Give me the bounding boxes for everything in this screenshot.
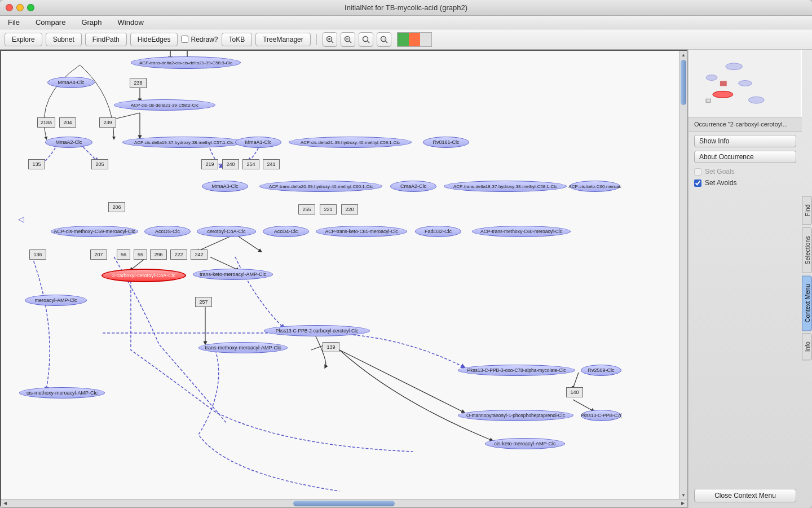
svg-line-8 bbox=[367, 41, 369, 43]
node-mmaA3[interactable]: MmaA3-Clc bbox=[202, 181, 248, 192]
node-139[interactable]: 139 bbox=[323, 342, 339, 352]
node-221[interactable]: 221 bbox=[320, 204, 337, 214]
node-219[interactable]: 219 bbox=[201, 159, 218, 169]
toolbar: Explore Subnet FindPath HideEdges Redraw… bbox=[0, 29, 812, 50]
window-controls[interactable] bbox=[6, 4, 34, 11]
menu-compare[interactable]: Compare bbox=[32, 17, 69, 28]
node-pkss13-c-ppb-3oxo[interactable]: Pkss13-C-PPB-3-oxo-C78-alpha-mycolate-Cl… bbox=[458, 365, 575, 376]
node-cerotoyl-coa[interactable]: cerotoyl-CoA-Clc bbox=[197, 226, 256, 237]
node-pkss13-c-ppb-2carboxyl[interactable]: Pkss13-C-PPB-2-carboxyl-cerotoyl-Clc bbox=[264, 325, 370, 336]
node-204[interactable]: 204 bbox=[59, 117, 76, 128]
node-206[interactable]: 206 bbox=[108, 202, 125, 212]
zoom-normal-button[interactable] bbox=[359, 32, 373, 47]
scroll-down-arrow[interactable]: ▼ bbox=[679, 491, 687, 499]
node-254[interactable]: 254 bbox=[242, 159, 259, 169]
node-222[interactable]: 222 bbox=[170, 249, 187, 260]
subnet-button[interactable]: Subnet bbox=[46, 33, 82, 46]
selections-tab[interactable]: Selections bbox=[802, 227, 812, 273]
node-242[interactable]: 242 bbox=[191, 249, 208, 260]
about-occurrence-button[interactable]: About Occurrence bbox=[694, 151, 796, 163]
tokb-button[interactable]: ToKB bbox=[222, 33, 253, 46]
redraw-checkbox[interactable] bbox=[181, 36, 188, 43]
node-accOS[interactable]: AccOS-Clc bbox=[144, 226, 191, 237]
scroll-left-arrow[interactable]: ◀ bbox=[1, 500, 9, 507]
menu-file[interactable]: File bbox=[5, 17, 23, 28]
set-avoids-label: Set Avoids bbox=[705, 179, 736, 187]
maximize-button[interactable] bbox=[27, 4, 34, 11]
node-mmaA2[interactable]: MmaA2-Clc bbox=[45, 137, 92, 148]
node-cis-methoxy-meroacyl[interactable]: cis-methoxy-meroacyl-AMP-Clc bbox=[19, 387, 105, 398]
node-accD4[interactable]: AccD4-Clc bbox=[263, 226, 309, 237]
menu-window[interactable]: Window bbox=[114, 17, 147, 28]
node-cis-keto-meroacyl[interactable]: cis-keto-meroacyl-AMP-Clc bbox=[485, 438, 565, 449]
node-acp-cis-delta19[interactable]: ACP-cis-delta19-37-hydroxy-38-methyl-C57… bbox=[122, 137, 245, 148]
node-257[interactable]: 257 bbox=[195, 297, 212, 307]
zoom-out-button[interactable] bbox=[341, 32, 355, 47]
node-220[interactable]: 220 bbox=[341, 204, 358, 214]
node-255[interactable]: 255 bbox=[298, 204, 315, 214]
menu-graph[interactable]: Graph bbox=[78, 17, 105, 28]
node-acp-cis-keto-c60[interactable]: ACP-cis-keto-C60-meroac bbox=[570, 181, 620, 192]
svg-point-7 bbox=[363, 36, 368, 41]
node-acp-cis-cis-delta21[interactable]: ACP-cis-cis-delta21-39-C58:2-Clc bbox=[114, 99, 215, 111]
node-136[interactable]: 136 bbox=[29, 249, 46, 260]
node-acp-trans-methoxy-c60[interactable]: ACP-trans-methoxy-C60-meroacyl-Clc bbox=[472, 226, 571, 237]
info-tab[interactable]: Info bbox=[802, 333, 812, 360]
node-meroacyl-amp[interactable]: meroacyl-AMP-Clc bbox=[25, 295, 87, 306]
vertical-scrollbar[interactable]: ▲ ▼ bbox=[679, 51, 687, 499]
zoom-in-button[interactable] bbox=[323, 32, 337, 47]
explore-button[interactable]: Explore bbox=[5, 33, 42, 46]
node-trans-keto-meroacyl[interactable]: trans-keto-meroacyl-AMP-Clc bbox=[193, 269, 273, 280]
node-140[interactable]: 140 bbox=[566, 387, 583, 397]
scroll-right-arrow[interactable]: ▶ bbox=[679, 500, 687, 507]
set-goals-checkbox[interactable] bbox=[694, 168, 701, 176]
minimize-button[interactable] bbox=[16, 4, 24, 11]
v-scroll-thumb[interactable] bbox=[681, 60, 686, 105]
node-207[interactable]: 207 bbox=[90, 249, 107, 260]
close-button[interactable] bbox=[6, 4, 13, 11]
node-238[interactable]: 238 bbox=[130, 78, 147, 88]
set-avoids-checkbox[interactable] bbox=[694, 179, 701, 187]
occurrence-header: Occurrence "2-carboxyl-cerotoyl... bbox=[689, 117, 802, 132]
node-o-mannopyranosyl[interactable]: O-mannopyranosyl-1-phosphoheptaprenol-Cl… bbox=[458, 410, 573, 421]
node-mmaA1[interactable]: MmaA1-Clc bbox=[235, 137, 281, 148]
treemanager-button[interactable]: TreeManager bbox=[255, 33, 311, 46]
show-info-button[interactable]: Show Info bbox=[694, 135, 796, 147]
node-acp-trans-delta2[interactable]: ACP-trans-delta2-cis-cis-delta21-39-C58:… bbox=[131, 56, 241, 69]
horizontal-scrollbar[interactable]: ◀ ▶ bbox=[1, 499, 687, 507]
node-205[interactable]: 205 bbox=[91, 159, 108, 169]
node-218a[interactable]: 218a bbox=[37, 117, 55, 128]
node-2carboxyl-cerotoyl[interactable]: 2-carboxyl-cerotoyl-CoA-Clc bbox=[102, 269, 186, 282]
node-acp-cis-methoxy[interactable]: ACP-cis-methoxy-C59-meroacyl-Clc bbox=[51, 226, 138, 237]
svg-point-13 bbox=[726, 63, 743, 70]
svg-line-1 bbox=[331, 41, 333, 43]
node-cmaA2[interactable]: CmaA2-Clc bbox=[390, 181, 436, 192]
node-acp-trans-delta20[interactable]: ACP-trans-delta20-39-hydroxy-40-methyl-C… bbox=[259, 181, 382, 192]
zoom-fit-button[interactable] bbox=[377, 32, 391, 47]
node-135[interactable]: 135 bbox=[28, 159, 45, 169]
node-pkss13-c-ppb-c7[interactable]: Pkss13-C-PPB-C7( bbox=[581, 410, 621, 421]
node-55[interactable]: 55 bbox=[134, 249, 147, 260]
h-scroll-thumb[interactable] bbox=[293, 501, 395, 506]
node-trans-methoxy-meroacyl[interactable]: trans-methoxy-meroacyl-AMP-Clc bbox=[198, 342, 288, 353]
node-rv0161[interactable]: Rv0161-Clc bbox=[423, 137, 469, 148]
node-56[interactable]: 56 bbox=[117, 249, 130, 260]
node-241[interactable]: 241 bbox=[263, 159, 280, 169]
node-fadD32[interactable]: FadD32-Clc bbox=[415, 226, 461, 237]
redraw-checkbox-label[interactable]: Redraw? bbox=[181, 36, 218, 43]
graph-canvas[interactable]: ACP-trans-delta2-cis-cis-delta21-39-C58:… bbox=[0, 50, 688, 508]
context-menu-tab[interactable]: Context Menu bbox=[802, 275, 812, 331]
close-context-button[interactable]: Close Context Menu bbox=[694, 489, 796, 502]
findpath-button[interactable]: FindPath bbox=[85, 33, 127, 46]
node-239[interactable]: 239 bbox=[99, 117, 116, 128]
node-296[interactable]: 296 bbox=[150, 249, 167, 260]
node-acp-trans-delta18[interactable]: ACP-trans-delta18-37-hydroxy-38-methyl-C… bbox=[444, 181, 567, 192]
node-acp-cis-delta21-39[interactable]: ACP-cis-delta21-39-hydroxy-40-methyl-C59… bbox=[289, 137, 412, 148]
node-acp-trans-keto-c61[interactable]: ACP-trans-keto-C61-meroacyl-Clc bbox=[316, 226, 407, 237]
hideedges-button[interactable]: HideEdges bbox=[130, 33, 178, 46]
scroll-up-arrow[interactable]: ▲ bbox=[679, 51, 687, 59]
node-240[interactable]: 240 bbox=[222, 159, 239, 169]
find-tab[interactable]: Find bbox=[802, 196, 812, 225]
node-mmaA4[interactable]: MmaA4-Clc bbox=[47, 77, 95, 88]
node-rv2509[interactable]: Rv2509-Clc bbox=[581, 365, 621, 376]
